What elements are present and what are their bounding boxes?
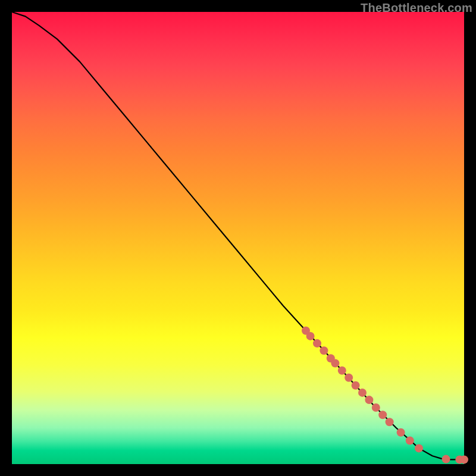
data-point: [442, 455, 450, 464]
watermark-text: TheBottleneck.com: [361, 1, 472, 15]
chart-svg: [12, 12, 464, 464]
data-point: [378, 411, 387, 419]
data-point: [406, 437, 414, 445]
data-point: [306, 332, 315, 340]
data-point: [397, 428, 405, 437]
chart-frame: TheBottleneck.com: [0, 0, 476, 476]
data-point: [331, 359, 339, 368]
data-point: [320, 346, 328, 355]
data-point: [358, 389, 367, 397]
data-point: [415, 444, 423, 452]
trend-line: [12, 12, 464, 459]
data-point: [460, 455, 468, 464]
data-point: [372, 403, 380, 412]
data-point: [352, 381, 360, 390]
data-point: [386, 418, 394, 426]
data-point: [313, 339, 321, 347]
data-markers: [302, 327, 468, 464]
data-point: [345, 374, 353, 382]
plot-area: [12, 12, 464, 464]
data-point: [365, 396, 373, 404]
data-point: [338, 367, 346, 375]
